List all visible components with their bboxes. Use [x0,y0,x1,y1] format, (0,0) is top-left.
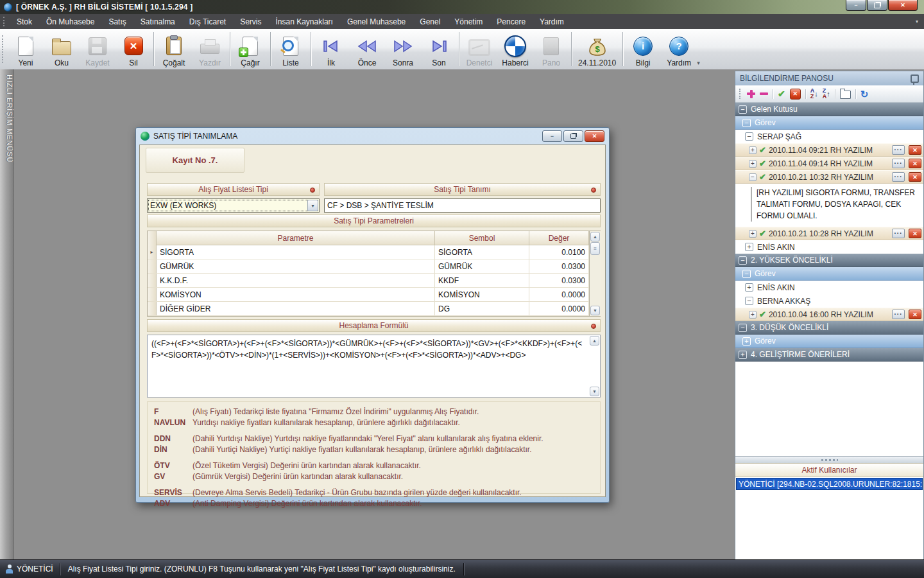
menu-insan-kaynaklari[interactable]: İnsan Kaynakları [269,17,340,26]
folder-icon[interactable] [840,91,851,99]
table-row[interactable]: ▸ SİGORTA SİGORTA 0.0100 [148,245,589,259]
menu-yardim[interactable]: Yardım [533,17,571,26]
collapse-toggle[interactable]: − [745,132,753,141]
dialog-minimize-button[interactable]: − [542,130,562,142]
delete-x-icon[interactable]: ✕ [790,89,801,100]
panel-toolbar-grip[interactable] [739,89,742,99]
toolbar-cogalt-button[interactable]: Çoğalt [156,29,192,69]
tree-person-berna-akkas[interactable]: − BERNA AKKAŞ [735,294,923,308]
details-button[interactable]: ··· [892,172,905,182]
toolbar-grip[interactable] [2,35,6,63]
tree-section-gelen-kutusu[interactable]: − Gelen Kutusu [735,103,923,116]
tree-person-enis-akin[interactable]: + ENİS AKIN [735,281,923,294]
dialog-close-button[interactable]: ✕ [585,130,604,142]
menu-servis[interactable]: Servis [233,17,268,26]
tree-task-item[interactable]: + ✔ 2010.10.21 10:28 RH YAZILIM ··· ✕ [735,227,923,240]
delete-task-button[interactable]: ✕ [909,310,921,319]
toolbar-cagir-button[interactable]: Çağır [232,29,268,69]
toolbar-haberci-button[interactable]: Haberci [497,29,533,69]
tree-section-gorev[interactable]: − Görev [735,116,923,130]
delete-task-button[interactable]: ✕ [909,229,921,238]
confirm-check-icon[interactable]: ✔ [778,89,785,98]
tree-section-gorev[interactable]: − Görev [735,267,923,281]
active-user-row[interactable]: YÖNETİCİ [294.NB-02.SQL2008.URUNLER:82:1… [736,478,923,490]
add-icon[interactable] [747,90,755,98]
collapse-toggle[interactable]: + [739,351,747,359]
tree-task-item[interactable]: + ✔ 2010.10.04 16:00 RH YAZILIM ··· ✕ [735,308,923,321]
toolbar-sonra-button[interactable]: Sonra [385,29,421,69]
menu-genel[interactable]: Genel [413,17,447,26]
collapse-toggle[interactable]: + [745,243,753,251]
table-row[interactable]: GÜMRÜK GÜMRÜK 0.0300 [148,259,589,274]
collapse-toggle[interactable]: + [745,283,753,292]
toolbar-once-button[interactable]: Önce [349,29,385,69]
sort-za-icon[interactable]: ZA ↑ [823,88,830,100]
toolbar-liste-button[interactable]: Liste [273,29,309,69]
collapse-toggle[interactable]: − [745,297,753,305]
menu-satinalma[interactable]: Satınalma [133,17,182,26]
dialog-restore-button[interactable] [563,130,583,142]
expand-toggle[interactable]: + [749,230,757,238]
refresh-icon[interactable]: ↻ [860,89,869,99]
collapse-toggle[interactable]: − [742,270,751,278]
delete-task-button[interactable]: ✕ [909,172,921,182]
details-button[interactable]: ··· [892,145,905,155]
dialog-title-bar[interactable]: SATIŞ TİPİ TANIMLAMA − ✕ [136,128,609,144]
toolbar-son-button[interactable]: Son [421,29,457,69]
tree-section-yuksek-oncelikli[interactable]: − 2. YÜKSEK ÖNCELİKLİ [735,254,923,267]
tree-person-enis-akin[interactable]: + ENİS AKIN [735,240,923,254]
collapse-toggle[interactable]: − [739,256,747,265]
tree-task-item[interactable]: − ✔ 2010.10.21 10:32 RH YAZILIM ··· ✕ [735,170,923,184]
expand-toggle[interactable]: + [749,146,757,154]
tree-task-item[interactable]: + ✔ 2010.11.04 09:14 RH YAZILIM ··· ✕ [735,157,923,170]
collapse-toggle[interactable]: − [742,119,751,127]
menu-stok[interactable]: Stok [10,17,39,26]
formula-scrollbar[interactable]: ▲ ▼ [589,335,600,397]
formula-text[interactable]: ((<F>+(<F>*<SİGORTA>)+(<F>+(<F>*<SİGORTA… [148,335,589,397]
pin-icon[interactable] [911,74,919,83]
details-button[interactable]: ··· [892,229,905,238]
minimize-button[interactable]: − [846,0,866,11]
details-button[interactable]: ··· [892,159,905,168]
collapse-toggle[interactable]: − [739,324,747,332]
column-header-sembol[interactable]: Sembol [435,231,529,245]
column-header-parametre[interactable]: Parametre [157,231,435,245]
expand-toggle[interactable]: + [749,311,757,319]
grid-scrollbar[interactable]: ▲ ≡ ▼ [589,231,601,316]
expand-toggle[interactable]: + [749,160,757,168]
toolbar-date-button[interactable]: $ 24.11.2010 [574,29,620,69]
table-row[interactable]: DİĞER GİDER DG 0.0000 [148,302,589,316]
panel-splitter[interactable] [735,457,923,463]
scroll-up-icon[interactable]: ▲ [590,336,599,346]
toolbar-yeni-button[interactable]: Yeni [8,29,44,69]
toolbar-bilgi-button[interactable]: i Bilgi [625,29,661,69]
menu-on-muhasebe[interactable]: Ön Muhasebe [39,17,101,26]
details-button[interactable]: ··· [892,310,905,319]
table-row[interactable]: K.K.D.F. KKDF 0.0300 [148,274,589,288]
combo-dropdown-button[interactable]: ▾ [307,200,318,211]
table-row[interactable]: KOMİSYON KOMİSYON 0.0000 [148,288,589,302]
formula-box[interactable]: ((<F>+(<F>*<SİGORTA>)+(<F>+(<F>*<SİGORTA… [147,335,601,398]
menu-dis-ticaret[interactable]: Dış Ticaret [182,17,233,26]
price-list-type-combo[interactable]: EXW (EX WORKS) ▾ [147,198,320,213]
scroll-up-icon[interactable]: ▲ [590,232,600,241]
collapse-toggle[interactable]: + [742,337,751,346]
toolbar-yardim-button[interactable]: ? Yardım [661,29,697,69]
restore-button[interactable] [867,0,887,11]
toolbar-oku-button[interactable]: Oku [44,29,80,69]
tree-task-item[interactable]: + ✔ 2010.11.04 09:21 RH YAZILIM ··· ✕ [735,143,923,157]
menu-grip[interactable] [3,17,6,26]
tree-section-dusuk-oncelikli[interactable]: − 3. DÜŞÜK ÖNCELİKLİ [735,321,923,335]
sale-type-input[interactable] [324,198,601,213]
tree-section-gorev[interactable]: + Görev [735,335,923,348]
remove-icon[interactable] [760,92,768,95]
close-button[interactable]: ✕ [888,0,918,11]
scroll-down-icon[interactable]: ▼ [590,387,599,396]
menu-satis[interactable]: Satış [101,17,133,26]
scroll-down-icon[interactable]: ▼ [590,306,600,315]
toolbar-sil-button[interactable]: ✕ Sil [116,29,151,69]
collapse-toggle[interactable]: − [739,105,747,114]
expand-toggle[interactable]: − [749,173,757,181]
menu-yonetim[interactable]: Yönetim [447,17,490,26]
column-header-deger[interactable]: Değer [529,231,589,245]
